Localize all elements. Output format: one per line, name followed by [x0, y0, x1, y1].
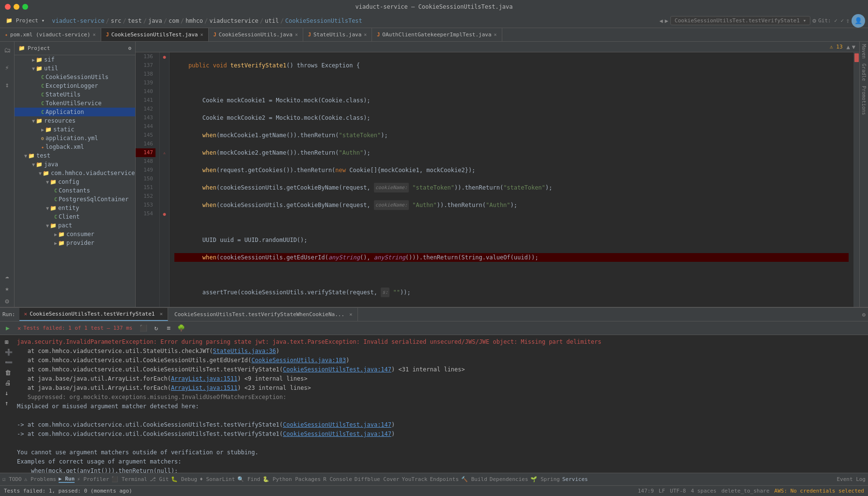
share-icon[interactable]: ⇧: [846, 17, 850, 24]
event-log-btn[interactable]: Event Log: [837, 476, 866, 482]
breadcrumb-item[interactable]: viaduct-service: [52, 17, 104, 24]
youtrack-btn[interactable]: YouTrack: [402, 476, 427, 482]
minimize-button[interactable]: [14, 4, 19, 10]
tree-item-stateutils[interactable]: CStateUtils: [15, 90, 135, 99]
collapse-icon[interactable]: ➖: [5, 358, 15, 367]
settings-icon[interactable]: ⚙: [862, 311, 866, 318]
breadcrumb-item[interactable]: java: [148, 17, 162, 24]
close-button[interactable]: [5, 4, 11, 10]
breadcrumb-item[interactable]: util: [265, 17, 279, 24]
indent[interactable]: 4 spaces: [691, 488, 716, 494]
close-icon[interactable]: ×: [200, 32, 203, 37]
tree-button[interactable]: 🌳: [176, 323, 186, 334]
project-icon[interactable]: 🗂: [1, 44, 13, 56]
tree-item-appyml[interactable]: ⚙application.yml: [15, 134, 135, 143]
cursor-position[interactable]: 147:9: [638, 488, 654, 494]
close-icon[interactable]: ×: [349, 311, 353, 318]
tree-item-exceptionlogger[interactable]: CExceptionLogger: [15, 81, 135, 90]
tree-item-entity[interactable]: ▼📁entity: [15, 204, 135, 212]
expand-all-icon[interactable]: ⊞: [5, 337, 15, 347]
clear-icon[interactable]: 🗑: [5, 368, 15, 377]
window-controls[interactable]: [5, 4, 28, 10]
print-icon[interactable]: 🖨: [5, 378, 15, 387]
tree-item-config[interactable]: ▼📁config: [15, 177, 135, 186]
breadcrumb-item[interactable]: com: [169, 17, 179, 24]
nav-forward-icon[interactable]: ▶: [665, 17, 668, 24]
endpoints-btn[interactable]: Endpoints: [430, 476, 459, 482]
gear-icon[interactable]: ⚙: [128, 45, 131, 51]
tree-item-java[interactable]: ▼📁java: [15, 160, 135, 169]
tree-item-client[interactable]: CClient: [15, 212, 135, 221]
run-config-selector[interactable]: CookieSessionUtilsTest.testVerifyState1 …: [670, 16, 811, 25]
maven-tab[interactable]: Maven: [860, 42, 868, 61]
sonarlint-btn[interactable]: ♦ SonarLint: [200, 476, 235, 482]
run-output[interactable]: ⊞ ➕ ➖ 🗑 🖨 ↓ ↑ java.security.InvalidParam…: [0, 335, 868, 473]
link-pointer2[interactable]: CookieSessionUtilsTest.java:147: [283, 431, 391, 437]
scroll-start-icon[interactable]: ↑: [5, 399, 15, 408]
encoding[interactable]: UTF-8: [670, 488, 686, 494]
file-tab-cookietest[interactable]: J CookieSessionUtilsTest.java ×: [101, 28, 209, 41]
tree-item-logback[interactable]: ✦logback.xml: [15, 143, 135, 151]
expand-icon[interactable]: ➕: [5, 348, 15, 357]
breadcrumb-item[interactable]: viaductservice: [209, 17, 258, 24]
aws-status[interactable]: AWS: No credentials selected: [775, 488, 864, 494]
tree-item-cookiesessionutils[interactable]: CCookieSessionUtils: [15, 73, 135, 81]
link-arraylist1[interactable]: ArrayList.java:1511: [171, 375, 237, 382]
close-icon[interactable]: ×: [159, 311, 163, 317]
run-btn[interactable]: ▶ Run: [59, 476, 75, 483]
tree-item-sif[interactable]: ▶📁sif: [15, 55, 135, 64]
run-tab-1[interactable]: ✕ CookieSessionUtilsTest.testVerifyState…: [19, 308, 169, 321]
code-content[interactable]: public void testVerifyState1() throws Ex…: [170, 52, 853, 307]
services-btn[interactable]: Services: [562, 476, 588, 482]
code-area[interactable]: 136 137 138 139 140 141 142 143 144 145 …: [136, 52, 859, 307]
build-btn[interactable]: 🔨 Build: [461, 476, 487, 482]
close-icon[interactable]: ×: [364, 32, 367, 37]
diffblue-btn[interactable]: Diffblue Cover: [355, 476, 400, 482]
toolbar-project-label[interactable]: 📁 Project ▾: [3, 16, 47, 25]
link-stateutils[interactable]: StateUtils.java:36: [213, 348, 276, 354]
tree-item-pact[interactable]: ▼📁pact: [15, 221, 135, 230]
stop-button[interactable]: ⬛: [138, 323, 149, 334]
todo-btn[interactable]: ☑ TODO: [2, 476, 22, 482]
toolbar-icons[interactable]: ⚙: [812, 17, 816, 24]
tree-item-util[interactable]: ▼📁util: [15, 64, 135, 73]
close-icon[interactable]: ×: [295, 32, 298, 37]
file-tab-state[interactable]: J StateUtils.java ×: [303, 28, 372, 41]
pullrequests-icon[interactable]: ↕: [1, 79, 13, 91]
terminal-btn[interactable]: ⬛ Terminal: [111, 476, 147, 482]
spring-btn[interactable]: 🌱 Spring: [530, 476, 559, 482]
python-btn[interactable]: 🐍 Python Packages: [263, 476, 321, 482]
promotions-tab[interactable]: Promotions: [860, 83, 868, 117]
close-icon[interactable]: ×: [494, 32, 497, 37]
breadcrumb-item-active[interactable]: CookieSessionUtilsTest: [285, 17, 362, 24]
structure-icon[interactable]: ⚡: [1, 62, 13, 73]
link-arraylist2[interactable]: ArrayList.java:1511: [171, 384, 237, 391]
maximize-button[interactable]: [22, 4, 28, 10]
favorites-icon[interactable]: ★: [1, 283, 13, 294]
tree-item-constants[interactable]: CConstants: [15, 186, 135, 195]
run-tab-2[interactable]: CookieSessionUtilsTest.testVerifyStateWh…: [170, 308, 358, 321]
close-icon[interactable]: ×: [93, 32, 96, 37]
git-label[interactable]: Git: ✓ ✓: [818, 17, 844, 24]
tree-item-provider[interactable]: ▶📁provider: [15, 239, 135, 247]
tree-item-test[interactable]: ▼📁test: [15, 151, 135, 160]
link-pointer1[interactable]: CookieSessionUtilsTest.java:147: [283, 421, 391, 428]
file-tab-cookie[interactable]: J CookieSessionUtils.java ×: [209, 28, 303, 41]
link-test147[interactable]: CookieSessionUtilsTest.java:147: [283, 366, 391, 373]
link-cookiesession[interactable]: CookieSessionUtils.java:183: [251, 357, 346, 364]
tree-item-application[interactable]: CApplication: [15, 108, 135, 116]
profiler-btn[interactable]: ⚡ Profiler: [77, 476, 109, 482]
problems-btn[interactable]: ⚠ Problems: [24, 476, 56, 482]
git-btn[interactable]: ⎇ Git: [150, 476, 169, 482]
breadcrumb-item[interactable]: src: [111, 17, 122, 24]
deps-btn[interactable]: Dependencies: [490, 476, 528, 482]
breadcrumb-item[interactable]: test: [128, 17, 142, 24]
tree-item-static[interactable]: ▶📁static: [15, 125, 135, 134]
debug-btn[interactable]: 🐛 Debug: [171, 476, 197, 482]
run-button[interactable]: ▶: [2, 323, 13, 334]
file-tab-oauth[interactable]: J OAuthClientGatekeeperImplTest.java ×: [372, 28, 502, 41]
tree-item-com-hmhco[interactable]: ▼📁com.hmhco.viaductservice: [15, 169, 135, 177]
filter-button[interactable]: ≡: [163, 323, 174, 334]
collapse-icon[interactable]: ▼: [852, 44, 855, 50]
find-btn[interactable]: 🔍 Find: [237, 476, 260, 482]
